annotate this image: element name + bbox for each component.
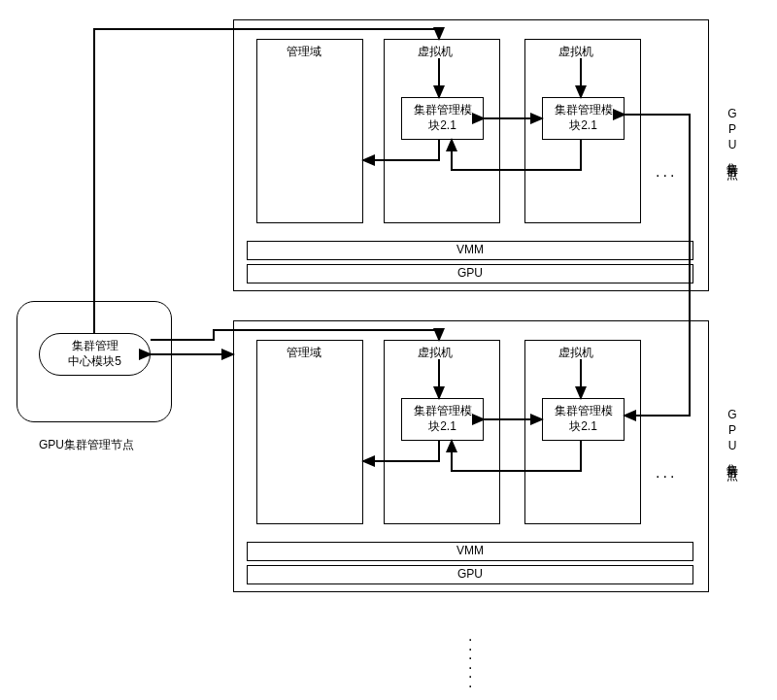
n1-vm2-label: 虚拟机 — [558, 44, 593, 60]
n2-gpu: GPU — [247, 565, 693, 584]
n2-module1: 集群管理模 块2.1 — [401, 398, 484, 441]
n2-vm2-label: 虚拟机 — [558, 345, 593, 361]
cluster-node-1-label: GPU集群节点 — [724, 107, 740, 161]
n1-vmm: VMM — [247, 241, 693, 260]
n1-module1: 集群管理模 块2.1 — [401, 97, 484, 140]
n2-vmm: VMM — [247, 542, 693, 561]
n1-mgmt-domain — [256, 39, 363, 223]
n2-module2: 集群管理模 块2.1 — [542, 398, 625, 441]
n1-module2: 集群管理模 块2.1 — [542, 97, 625, 140]
diagram-root: 集群管理 中心模块5 GPU集群管理节点 GPU集群节点 管理域 虚拟机 集群管… — [0, 0, 777, 700]
n2-mgmt-domain-label: 管理域 — [287, 345, 321, 361]
mgmt-node-label: GPU集群管理节点 — [39, 437, 134, 453]
more-nodes-ellipsis: ...... — [468, 631, 472, 687]
n2-vm1-label: 虚拟机 — [418, 345, 453, 361]
center-module: 集群管理 中心模块5 — [39, 333, 151, 376]
n1-vm1-label: 虚拟机 — [418, 44, 453, 60]
n1-mgmt-domain-label: 管理域 — [287, 44, 321, 60]
n1-gpu: GPU — [247, 264, 693, 283]
n1-ellipsis: ... — [656, 163, 677, 181]
cluster-node-2-label: GPU集群节点 — [724, 408, 740, 462]
n2-mgmt-domain — [256, 340, 363, 524]
n2-ellipsis: ... — [656, 464, 677, 482]
